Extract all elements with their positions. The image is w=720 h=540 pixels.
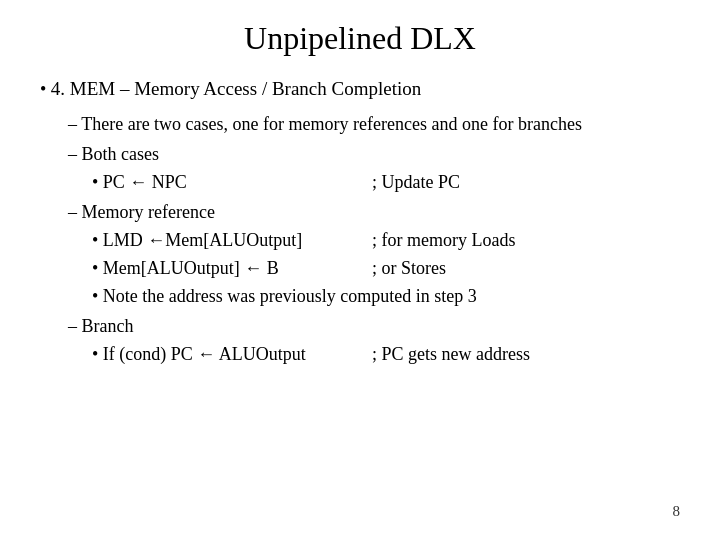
col-left-0: • PC ← NPC — [92, 169, 372, 195]
sub-item-0: – There are two cases, one for memory re… — [68, 111, 680, 137]
two-col-2: • Mem[ALUOutput] ← B ; or Stores — [92, 255, 446, 281]
sub-sub-item-2: • Mem[ALUOutput] ← B ; or Stores — [92, 255, 680, 281]
two-col-1: • LMD ←Mem[ALUOutput] ; for memory Loads — [92, 227, 515, 253]
page-number: 8 — [40, 495, 680, 520]
sub-sub-item-3: • Note the address was previously comput… — [92, 283, 680, 309]
sub-item-branch-text: – Branch — [68, 316, 133, 336]
main-bullet: • 4. MEM – Memory Access / Branch Comple… — [40, 75, 680, 103]
two-col-3: • If (cond) PC ← ALUOutput ; PC gets new… — [92, 341, 530, 367]
main-bullet-label: 4. MEM – Memory Access / Branch Completi… — [51, 78, 421, 99]
bullet-symbol: • — [40, 79, 51, 99]
col-right-2: ; or Stores — [372, 255, 446, 281]
sub-item-0-text: – There are two cases, one for memory re… — [68, 114, 582, 134]
sub-item-1: – Both cases — [68, 141, 680, 167]
col-left-2: • Mem[ALUOutput] ← B — [92, 255, 372, 281]
slide-title: Unpipelined DLX — [40, 20, 680, 57]
col-right-1: ; for memory Loads — [372, 227, 515, 253]
slide-content: • 4. MEM – Memory Access / Branch Comple… — [40, 75, 680, 495]
col-left-1: • LMD ←Mem[ALUOutput] — [92, 227, 372, 253]
sub-item-branch: – Branch — [68, 313, 680, 339]
col-right-0: ; Update PC — [372, 169, 460, 195]
sub-item-2-text: – Memory reference — [68, 202, 215, 222]
sub-sub-item-0: • PC ← NPC ; Update PC — [92, 169, 680, 195]
sub-item-2: – Memory reference — [68, 199, 680, 225]
two-col-0: • PC ← NPC ; Update PC — [92, 169, 460, 195]
sub-sub-item-4: • If (cond) PC ← ALUOutput ; PC gets new… — [92, 341, 680, 367]
slide: Unpipelined DLX • 4. MEM – Memory Access… — [0, 0, 720, 540]
sub-item-1-text: – Both cases — [68, 144, 159, 164]
col-left-3: • If (cond) PC ← ALUOutput — [92, 341, 372, 367]
sub-sub-item-1: • LMD ←Mem[ALUOutput] ; for memory Loads — [92, 227, 680, 253]
sub-sub-item-3-text: • Note the address was previously comput… — [92, 283, 477, 309]
col-right-3: ; PC gets new address — [372, 341, 530, 367]
